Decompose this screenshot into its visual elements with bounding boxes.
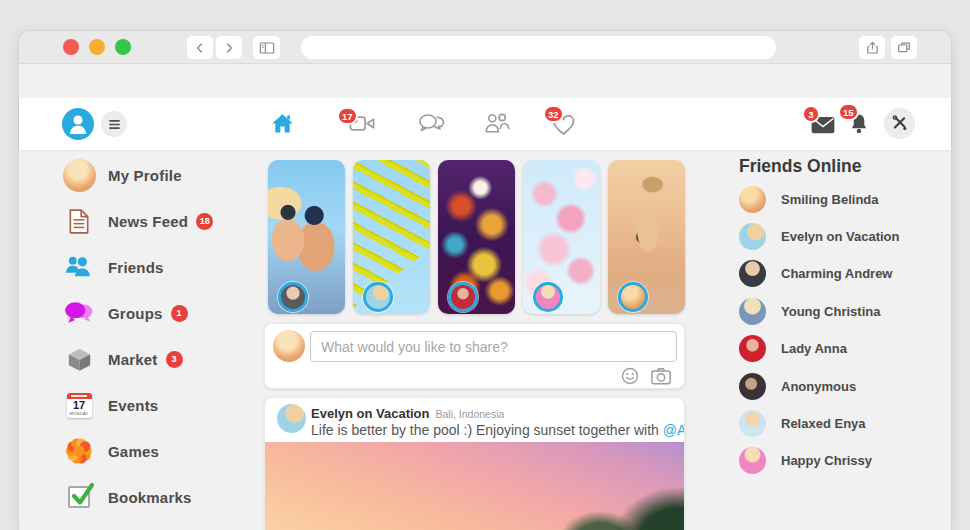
market-icon [61,341,97,377]
story-card-couple-selfie[interactable] [268,160,345,314]
home-nav-button[interactable] [269,110,296,137]
friend-avatar [739,373,766,400]
tools-icon [891,115,908,132]
camera-icon [650,366,672,386]
profile-menu-button[interactable] [62,108,94,140]
friend-avatar [739,410,766,437]
profile-photo-icon [61,157,97,193]
settings-button[interactable] [884,108,915,139]
story-card-beach-woman[interactable] [608,160,685,314]
post-mention-link[interactable]: @Andrew [663,422,685,438]
share-input[interactable] [310,331,677,362]
sidebar-item-my-profile[interactable]: My Profile [61,157,261,193]
friend-avatar [739,186,766,213]
sidebar-item-friends[interactable]: Friends [61,249,261,285]
friend-item[interactable]: Relaxed Enya [739,409,949,437]
news-feed-icon [61,203,97,239]
friend-name: Evelyn on Vacation [781,229,900,244]
sidebar-item-label: Games [108,443,159,460]
story-card-cherry-blossom[interactable] [523,160,600,314]
friends-nav-button[interactable] [484,112,511,136]
sidebar-item-market[interactable]: Market 3 [61,341,261,377]
chat-bubbles-icon [417,112,445,136]
smiley-icon [620,366,640,386]
tabs-button[interactable] [891,36,917,59]
story-card-bokeh-lights[interactable] [438,160,515,314]
chevron-right-icon [222,41,236,55]
sidebar-item-label: Market [108,351,158,368]
home-icon [269,110,296,137]
share-button[interactable] [859,36,885,59]
menu-button[interactable] [101,111,127,137]
sidebar-item-label: My Profile [108,167,182,184]
story-card-palm-leaf[interactable] [353,160,430,314]
friend-item[interactable]: Anonymous [739,372,949,400]
sidebar-item-events[interactable]: 17 MONDAY Events [61,387,261,423]
likes-badge: 32 [543,105,564,123]
friend-item[interactable]: Young Christina [739,297,949,325]
market-badge: 3 [166,351,183,368]
composer-card [264,323,685,389]
post-card: Evelyn on VacationBali, Indonesia Life i… [264,397,685,530]
friend-name: Lady Anna [781,341,847,356]
groups-icon [61,295,97,331]
photo-upload-button[interactable] [650,366,672,386]
sidebar-item-games[interactable]: Games [61,433,261,469]
desktop-background: 17 32 3 15 My Profile News Feed 18 [0,0,970,530]
close-window-button[interactable] [63,39,79,55]
friend-avatar [739,298,766,325]
friend-avatar [739,260,766,287]
friends-icon [61,249,97,285]
address-bar[interactable] [301,36,776,59]
story-author-avatar [448,282,478,312]
messages-nav-button[interactable] [417,112,445,136]
calendar-day: 17 [67,400,92,411]
sidebar-item-label: News Feed [108,213,188,230]
forward-button[interactable] [216,36,242,59]
friend-avatar [739,447,766,474]
sidebar-item-bookmarks[interactable]: Bookmarks [61,479,261,515]
bookmarks-check-icon [61,479,97,515]
story-author-avatar [363,282,393,312]
post-author-avatar[interactable] [277,404,306,433]
friend-item[interactable]: Smiling Belinda [739,185,949,213]
friend-item[interactable]: Lady Anna [739,334,949,362]
emoji-button[interactable] [620,366,640,386]
composer-avatar [273,330,305,362]
post-author-name[interactable]: Evelyn on Vacation [311,406,430,421]
sidebar-item-label: Groups [108,305,163,322]
share-upload-icon [865,40,880,56]
games-flower-icon [61,433,97,469]
minimize-window-button[interactable] [89,39,105,55]
sidebar-item-label: Friends [108,259,164,276]
sidebar-toggle-button[interactable] [253,36,280,59]
groups-badge: 1 [171,305,188,322]
sidebar-item-news-feed[interactable]: News Feed 18 [61,203,261,239]
friend-item[interactable]: Happy Chrissy [739,446,949,474]
user-avatar-icon [62,108,94,140]
friend-name: Charming Andrew [781,266,892,281]
friend-item[interactable]: Charming Andrew [739,259,949,287]
sidebar-item-groups[interactable]: Groups 1 [61,295,261,331]
sidebar-item-label: Events [108,397,158,414]
video-badge: 17 [337,107,358,125]
back-button[interactable] [187,36,213,59]
story-author-avatar [618,282,648,312]
calendar-weekday: MONDAY [67,411,92,416]
friend-item[interactable]: Evelyn on Vacation [739,222,949,250]
events-calendar-icon: 17 MONDAY [61,387,97,423]
tabs-overview-icon [896,40,912,55]
story-author-avatar [278,282,308,312]
browser-toolbar [19,31,951,64]
friend-name: Smiling Belinda [781,192,879,207]
friend-name: Young Christina [781,304,880,319]
zoom-window-button[interactable] [115,39,131,55]
friend-name: Anonymous [781,379,856,394]
friend-name: Relaxed Enya [781,416,866,431]
chevron-left-icon [193,41,207,55]
post-photo-sunset[interactable] [265,442,684,530]
friends-online-title: Friends Online [739,156,862,177]
post-text: Life is better by the pool :) Enjoying s… [311,422,663,438]
friend-avatar [739,335,766,362]
friend-name: Happy Chrissy [781,453,872,468]
